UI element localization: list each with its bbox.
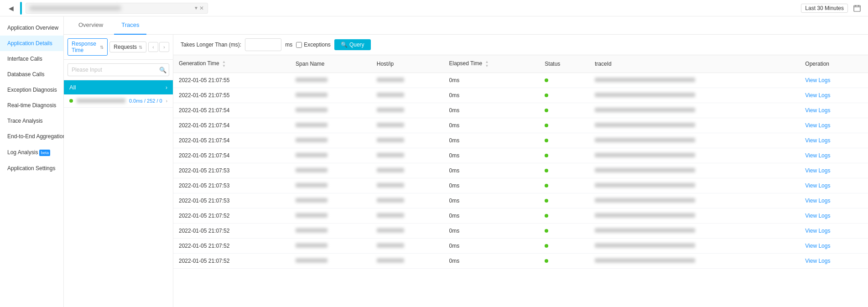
svg-rect-0 — [854, 5, 860, 11]
cell-op-0[interactable]: View Logs — [800, 73, 868, 88]
cell-op-10[interactable]: View Logs — [800, 224, 868, 239]
time-range-selector[interactable]: Last 30 Minutes — [801, 4, 848, 13]
cell-elapsed-11: 0ms — [444, 239, 540, 254]
traces-table-wrap: Generation Time ▲▼ Span Name Host/ip Ela… — [173, 55, 868, 307]
service-name — [77, 99, 125, 103]
service-arrow-icon: › — [166, 99, 167, 104]
cell-elapsed-12: 0ms — [444, 254, 540, 269]
cell-op-8[interactable]: View Logs — [800, 193, 868, 208]
cell-span-12 — [290, 254, 371, 269]
cell-time-12: 2022-01-05 21:07:52 — [173, 254, 290, 269]
sidebar-item-database-calls[interactable]: Database Calls — [0, 67, 63, 82]
back-button[interactable]: ◀ — [5, 3, 16, 14]
cell-status-0 — [539, 73, 589, 88]
nav-next-arrow[interactable]: › — [159, 42, 169, 52]
service-stats: 0.0ms / 252 / 0 — [129, 98, 162, 104]
cell-traceid-10 — [589, 224, 800, 239]
cell-op-5[interactable]: View Logs — [800, 148, 868, 163]
cell-traceid-9 — [589, 208, 800, 224]
cell-elapsed-3: 0ms — [444, 118, 540, 133]
requests-tab[interactable]: Requests ⇅ — [109, 42, 146, 52]
cell-op-7[interactable]: View Logs — [800, 178, 868, 193]
cell-elapsed-10: 0ms — [444, 224, 540, 239]
url-bar[interactable]: ▼ ✕ — [26, 3, 208, 14]
sidebar-item-exception-diagnosis[interactable]: Exception Diagnosis — [0, 82, 63, 98]
cell-span-5 — [290, 148, 371, 163]
cell-status-11 — [539, 239, 589, 254]
exceptions-label[interactable]: Exceptions — [304, 42, 331, 48]
cell-status-1 — [539, 88, 589, 103]
cell-time-10: 2022-01-05 21:07:52 — [173, 224, 290, 239]
cell-elapsed-8: 0ms — [444, 193, 540, 208]
url-text — [30, 6, 121, 10]
cell-traceid-0 — [589, 73, 800, 88]
right-panel: Takes Longer Than (ms): ms Exceptions 🔍 … — [173, 35, 868, 307]
table-row: 2022-01-05 21:07:54 0ms View Logs — [173, 103, 868, 118]
cell-traceid-4 — [589, 133, 800, 148]
cell-op-2[interactable]: View Logs — [800, 103, 868, 118]
cell-time-1: 2022-01-05 21:07:55 — [173, 88, 290, 103]
cell-host-5 — [371, 148, 444, 163]
cell-op-12[interactable]: View Logs — [800, 254, 868, 269]
url-search-icon[interactable]: ✕ — [199, 5, 204, 11]
cell-elapsed-9: 0ms — [444, 208, 540, 224]
longer-than-input[interactable] — [245, 38, 281, 51]
cell-host-2 — [371, 103, 444, 118]
cell-status-12 — [539, 254, 589, 269]
cell-status-7 — [539, 178, 589, 193]
nav-prev-arrow[interactable]: ‹ — [148, 42, 158, 52]
table-row: 2022-01-05 21:07:53 0ms View Logs — [173, 193, 868, 208]
cell-elapsed-1: 0ms — [444, 88, 540, 103]
cell-span-8 — [290, 193, 371, 208]
table-header-row: Generation Time ▲▼ Span Name Host/ip Ela… — [173, 55, 868, 73]
sidebar-item-interface-calls[interactable]: Interface Calls — [0, 51, 63, 67]
sidebar-item-log-analysis[interactable]: Log Analysisbeta — [0, 145, 63, 161]
sidebar-item-trace-analysis[interactable]: Trace Analysis — [0, 113, 63, 129]
col-elapsed-time[interactable]: Elapsed Time ▲▼ — [444, 55, 540, 73]
cell-op-3[interactable]: View Logs — [800, 118, 868, 133]
all-services-item[interactable]: All › — [64, 80, 173, 94]
sidebar-item-end-to-end[interactable]: End-to-End AggregationNEW — [0, 129, 63, 145]
sidebar-item-realtime-diagnosis[interactable]: Real-time Diagnosis — [0, 98, 63, 113]
response-time-tab[interactable]: Response Time ⇅ — [68, 38, 108, 56]
cell-status-10 — [539, 224, 589, 239]
filter-label: Takes Longer Than (ms): — [181, 42, 241, 48]
search-icon[interactable]: 🔍 — [159, 67, 166, 73]
calendar-icon[interactable] — [852, 3, 863, 14]
cell-span-11 — [290, 239, 371, 254]
table-row: 2022-01-05 21:07:55 0ms View Logs — [173, 73, 868, 88]
beta-badge: beta — [39, 150, 50, 156]
sidebar-item-application-details[interactable]: Application Details — [0, 36, 63, 51]
exceptions-checkbox[interactable] — [296, 42, 302, 48]
cell-time-4: 2022-01-05 21:07:54 — [173, 133, 290, 148]
query-button[interactable]: 🔍 Query — [334, 39, 371, 50]
cell-status-4 — [539, 133, 589, 148]
sidebar-item-application-settings[interactable]: Application Settings — [0, 161, 63, 176]
tab-traces[interactable]: Traces — [114, 16, 146, 35]
cell-op-4[interactable]: View Logs — [800, 133, 868, 148]
cell-op-6[interactable]: View Logs — [800, 163, 868, 178]
cell-op-9[interactable]: View Logs — [800, 208, 868, 224]
cell-traceid-11 — [589, 239, 800, 254]
col-generation-time[interactable]: Generation Time ▲▼ — [173, 55, 290, 73]
col-operation: Operation — [800, 55, 868, 73]
cell-traceid-12 — [589, 254, 800, 269]
query-search-icon: 🔍 — [341, 42, 348, 48]
cell-traceid-1 — [589, 88, 800, 103]
search-input[interactable] — [68, 63, 169, 76]
cell-op-1[interactable]: View Logs — [800, 88, 868, 103]
url-dropdown-icon[interactable]: ▼ — [194, 5, 198, 10]
tab-overview[interactable]: Overview — [71, 16, 110, 35]
service-list-item[interactable]: 0.0ms / 252 / 0 › — [64, 94, 173, 108]
cell-host-6 — [371, 163, 444, 178]
ms-unit-label: ms — [285, 42, 292, 48]
cell-status-6 — [539, 163, 589, 178]
cell-time-0: 2022-01-05 21:07:55 — [173, 73, 290, 88]
cell-host-12 — [371, 254, 444, 269]
search-box: 🔍 — [64, 60, 173, 80]
service-status-dot — [69, 99, 73, 103]
cell-time-8: 2022-01-05 21:07:53 — [173, 193, 290, 208]
col-span-name: Span Name — [290, 55, 371, 73]
sidebar-item-application-overview[interactable]: Application Overview — [0, 20, 63, 36]
cell-op-11[interactable]: View Logs — [800, 239, 868, 254]
